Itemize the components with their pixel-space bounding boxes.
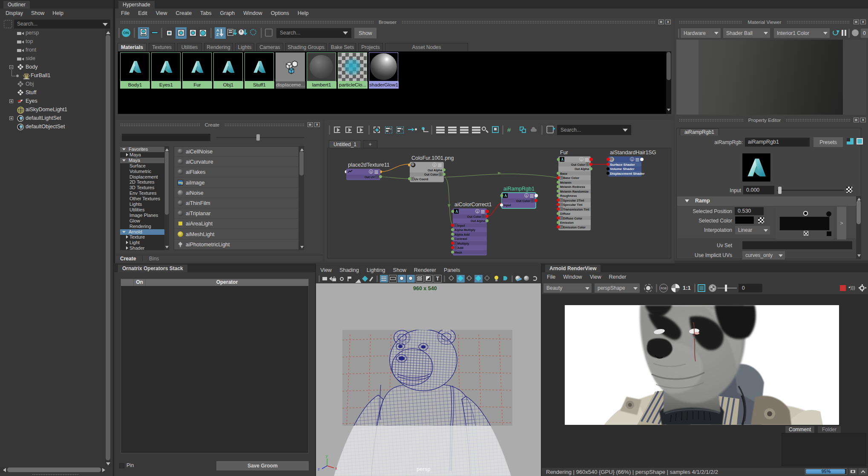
svg-text:Out Color: Out Color [516, 199, 530, 203]
svg-text:Roughness: Roughness [560, 194, 577, 198]
svg-text:Out Color: Out Color [424, 173, 438, 176]
svg-text:aiStandardHair1SG: aiStandardHair1SG [610, 150, 656, 156]
svg-text:960 x 540: 960 x 540 [413, 286, 437, 291]
svg-text:Out UV: Out UV [365, 175, 375, 179]
svg-text:Uv Coord: Uv Coord [414, 177, 428, 181]
svg-text:Out Alpha: Out Alpha [428, 168, 443, 172]
svg-text:Add: Add [457, 246, 463, 250]
svg-text:ColoFur.1001.png: ColoFur.1001.png [411, 155, 454, 161]
svg-text:Out Color: Out Color [571, 163, 585, 167]
svg-text:Diffuse Color: Diffuse Color [563, 216, 582, 220]
svg-text:Diffuse: Diffuse [560, 212, 570, 216]
svg-text:S: S [581, 158, 583, 161]
svg-text:Melanin: Melanin [560, 181, 572, 185]
svg-text:Out Color: Out Color [467, 215, 481, 219]
svg-text:S: S [631, 158, 633, 161]
svg-text:Melanin Randomize: Melanin Randomize [560, 190, 589, 193]
svg-text:Out Alpha: Out Alpha [575, 167, 589, 171]
svg-text:y: y [326, 454, 328, 458]
svg-text:Emission Color: Emission Color [563, 225, 586, 229]
svg-text:Alpha Multiply: Alpha Multiply [454, 228, 475, 232]
svg-text:S: S [434, 164, 436, 167]
svg-text:Alpha Add: Alpha Add [454, 233, 470, 237]
svg-text:aiRampRgb1: aiRampRgb1 [503, 186, 535, 192]
svg-text:Contrast: Contrast [454, 237, 467, 241]
svg-text:Surface Shader: Surface Shader [610, 163, 635, 167]
svg-text:Emission: Emission [560, 221, 574, 225]
svg-text:Volume Shader: Volume Shader [610, 167, 635, 171]
svg-text:x: x [335, 466, 337, 470]
svg-text:S: S [526, 194, 528, 197]
svg-text:Displacement Shader: Displacement Shader [610, 172, 644, 176]
svg-text:persp: persp [417, 466, 431, 472]
svg-text:Out Alpha: Out Alpha [471, 219, 486, 223]
svg-text:Specular 2Tint: Specular 2Tint [563, 199, 584, 202]
svg-text:Input: Input [503, 203, 511, 207]
svg-text:Specular Tint: Specular Tint [563, 203, 583, 207]
svg-text:Melanin Redness: Melanin Redness [560, 185, 585, 189]
svg-text:Transmission Tint: Transmission Tint [563, 208, 589, 211]
svg-text:Multiply: Multiply [457, 242, 469, 245]
svg-text:S: S [477, 210, 479, 213]
svg-text:Base: Base [560, 172, 567, 176]
svg-text:Input: Input [457, 224, 465, 228]
svg-text:place2dTexture11: place2dTexture11 [348, 162, 390, 168]
svg-text:Base Color: Base Color [563, 176, 579, 180]
svg-text:aiColorCorrect1: aiColorCorrect1 [454, 202, 492, 208]
svg-text:S: S [370, 170, 372, 173]
svg-text:Mask: Mask [454, 251, 462, 254]
svg-text:z: z [318, 467, 320, 471]
svg-text:Fur: Fur [560, 150, 568, 156]
